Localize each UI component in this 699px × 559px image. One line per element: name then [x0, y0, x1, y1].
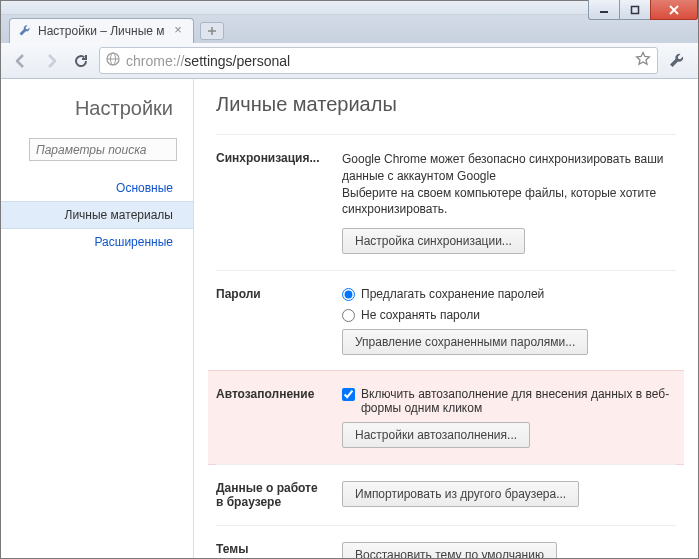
sync-desc: Google Chrome может безопасно синхронизи… [342, 151, 676, 218]
manage-passwords-button[interactable]: Управление сохраненными паролями... [342, 329, 588, 355]
import-button[interactable]: Импортировать из другого браузера... [342, 481, 579, 507]
globe-icon [106, 52, 120, 69]
section-autofill: Автозаполнение Включить автозаполнение д… [208, 370, 684, 465]
toolbar: chrome://settings/personal [1, 43, 698, 79]
wrench-menu-button[interactable] [664, 48, 690, 74]
section-label: Темы [216, 542, 326, 558]
new-tab-button[interactable] [200, 22, 224, 40]
title-bar [1, 1, 698, 15]
close-icon[interactable]: × [171, 24, 185, 38]
checkbox-input[interactable] [342, 388, 355, 401]
bookmark-star-icon[interactable] [635, 51, 651, 70]
section-label: Пароли [216, 287, 326, 355]
forward-button[interactable] [39, 49, 63, 73]
section-label: Синхронизация... [216, 151, 326, 254]
nav-item-advanced[interactable]: Расширенные [1, 229, 193, 255]
settings-sidebar: Настройки Основные Личные материалы Расш… [1, 79, 194, 558]
browser-window: Настройки – Личные мате × chrome://setti… [0, 0, 699, 559]
section-label: Автозаполнение [216, 387, 326, 448]
section-label: Данные о работе в браузере [216, 481, 326, 509]
radio-offer-save[interactable]: Предлагать сохранение паролей [342, 287, 676, 301]
restore-theme-button[interactable]: Восстановить тему по умолчанию [342, 542, 557, 558]
reload-button[interactable] [69, 49, 93, 73]
address-bar[interactable]: chrome://settings/personal [99, 47, 658, 74]
section-browsing-data: Данные о работе в браузере Импортировать… [216, 464, 676, 525]
nav-item-basics[interactable]: Основные [1, 175, 193, 201]
close-button[interactable] [650, 0, 698, 20]
browser-tab[interactable]: Настройки – Личные мате × [9, 18, 194, 43]
autofill-settings-button[interactable]: Настройки автозаполнения... [342, 422, 530, 448]
page-title: Личные материалы [216, 93, 676, 116]
settings-search-input[interactable] [29, 138, 177, 161]
minimize-button[interactable] [588, 0, 620, 20]
nav-item-personal[interactable]: Личные материалы [1, 201, 193, 229]
section-sync: Синхронизация... Google Chrome может без… [216, 134, 676, 270]
url-text: chrome://settings/personal [126, 53, 290, 69]
section-passwords: Пароли Предлагать сохранение паролей Не … [216, 270, 676, 371]
back-button[interactable] [9, 49, 33, 73]
content-area: Настройки Основные Личные материалы Расш… [1, 79, 698, 558]
sync-setup-button[interactable]: Настройка синхронизации... [342, 228, 525, 254]
radio-input[interactable] [342, 309, 355, 322]
radio-input[interactable] [342, 288, 355, 301]
checkbox-enable-autofill[interactable]: Включить автозаполнение для внесения дан… [342, 387, 676, 415]
wrench-icon [18, 24, 32, 38]
settings-main: Личные материалы Синхронизация... Google… [194, 79, 698, 558]
svg-rect-1 [632, 6, 639, 13]
radio-never-save[interactable]: Не сохранять пароли [342, 308, 676, 322]
maximize-button[interactable] [619, 0, 651, 20]
sidebar-title: Настройки [1, 95, 193, 138]
tab-title: Настройки – Личные мате [38, 24, 165, 38]
section-themes: Темы Восстановить тему по умолчанию Полу… [216, 525, 676, 558]
